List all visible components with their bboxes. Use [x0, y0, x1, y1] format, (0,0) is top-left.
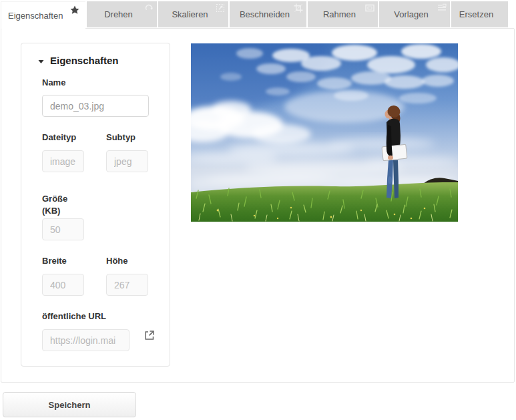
public-url-input — [42, 329, 130, 351]
tab-bar: Eigenschaften Drehen Skalieren Beschneid… — [1, 1, 508, 29]
width-input — [42, 274, 84, 296]
tab-vorlagen[interactable]: Vorlagen — [379, 1, 450, 27]
image-editor-window: Eigenschaften Drehen Skalieren Beschneid… — [0, 0, 516, 420]
tab-beschneiden[interactable]: Beschneiden — [230, 1, 306, 27]
tab-label: Beschneiden — [240, 9, 290, 19]
tab-label: Skalieren — [172, 9, 208, 19]
collapse-arrow-icon — [38, 55, 44, 66]
photo-preview — [191, 43, 458, 222]
subtype-label: Subtyp — [106, 132, 136, 142]
size-input — [42, 218, 84, 240]
tab-eigenschaften[interactable]: Eigenschaften — [1, 1, 85, 29]
tab-label: Ersetzen — [459, 9, 493, 19]
tab-label: Drehen — [104, 9, 133, 19]
tab-label: Eigenschaften — [8, 11, 63, 21]
height-label: Höhe — [106, 256, 128, 266]
name-input[interactable] — [42, 95, 149, 117]
crop-icon — [294, 3, 303, 13]
name-label: Name — [42, 77, 65, 87]
size-unit-label: (KB) — [42, 206, 60, 216]
save-button[interactable]: Speichern — [3, 392, 136, 417]
subtype-input — [106, 150, 148, 172]
external-link-icon[interactable] — [143, 329, 156, 343]
properties-panel: Eigenschaften Name Dateityp Subtyp Größe… — [21, 43, 170, 367]
filetype-input — [42, 150, 84, 172]
tab-label: Vorlagen — [394, 9, 428, 19]
height-input — [106, 274, 148, 296]
scale-icon — [216, 3, 225, 13]
width-label: Breite — [42, 256, 67, 266]
tab-ersetzen[interactable]: Ersetzen — [451, 1, 508, 27]
filetype-label: Dateityp — [42, 132, 76, 142]
size-label: Größe — [42, 194, 67, 204]
templates-icon — [437, 3, 447, 13]
star-icon — [70, 5, 79, 15]
editor-content-area: Eigenschaften Name Dateityp Subtyp Größe… — [1, 28, 515, 383]
tab-label: Rahmen — [323, 9, 356, 19]
public-url-label: öffentliche URL — [42, 311, 106, 321]
tab-drehen[interactable]: Drehen — [87, 1, 157, 27]
tab-skalieren[interactable]: Skalieren — [158, 1, 228, 27]
frame-icon — [365, 3, 374, 13]
properties-section-header[interactable]: Eigenschaften — [38, 55, 119, 66]
panel-title-text: Eigenschaften — [50, 55, 119, 66]
rotate-icon — [144, 3, 154, 13]
tab-rahmen[interactable]: Rahmen — [308, 1, 378, 27]
